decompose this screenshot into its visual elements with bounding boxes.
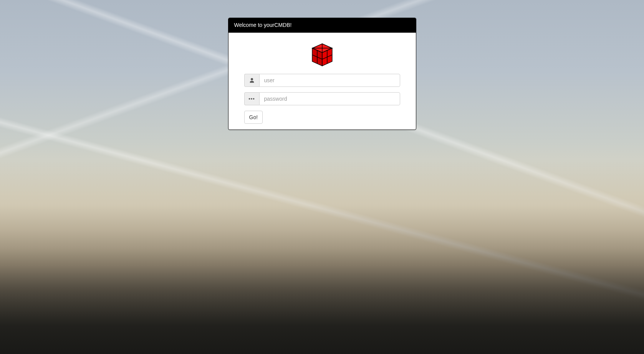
login-form: ••• Go! (244, 74, 400, 124)
panel-body: ••• Go! (228, 33, 416, 130)
logo-container (234, 42, 410, 69)
panel-title: Welcome to yourCMDB! (228, 18, 416, 33)
login-panel: Welcome to yourCMDB! (228, 18, 416, 130)
cube-logo-icon (308, 42, 336, 69)
user-icon (244, 74, 259, 87)
submit-button[interactable]: Go! (244, 111, 263, 124)
password-icon: ••• (244, 92, 259, 105)
password-input-group: ••• (244, 92, 400, 105)
user-input[interactable] (259, 74, 400, 87)
user-input-group (244, 74, 400, 87)
password-input[interactable] (259, 92, 400, 105)
